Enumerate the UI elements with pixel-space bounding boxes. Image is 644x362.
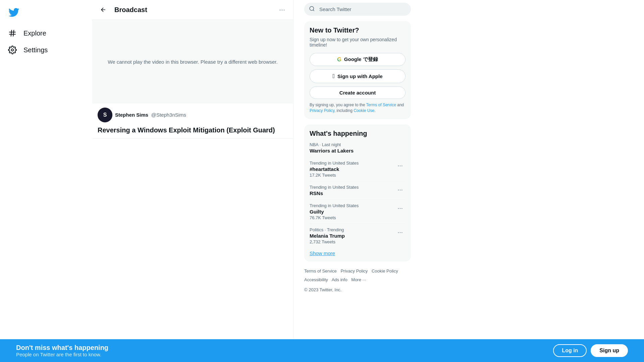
author-info: Stephen Sims @Steph3nSims [115,112,186,118]
trend-meta: Trending in United States [310,161,359,166]
trend-more-button[interactable]: ⋯ [395,161,406,171]
footer-more-link[interactable]: More ··· [351,277,366,282]
trend-item: Trending in United States RSNs ⋯ [310,181,406,200]
trend-info: Trending in United States Guilty 76.7K T… [310,203,359,220]
sidebar-nav: Explore Settings [4,25,88,58]
trend-name: Melania Trump [310,233,345,239]
trend-item: Trending in United States Guilty 76.7K T… [310,200,406,224]
trend-name: #heartattack [310,166,359,172]
bottom-signup-button[interactable]: Sign up [591,344,628,357]
broadcast-description: Reversing a Windows Exploit Mitigation (… [98,124,288,134]
google-g-icon: G [337,57,341,63]
author-row: S Stephen Sims @Steph3nSims [98,108,288,122]
video-error-message: We cannot play the video in this browser… [108,59,277,65]
trend-info: Politics · Trending Melania Trump 2,732 … [310,227,345,244]
trend-name: RSNs [310,190,359,196]
trend-item: NBA · Last night Warriors at Lakers [310,139,406,157]
footer-privacy-link[interactable]: Privacy Policy [340,268,368,274]
trend-count: 2,732 Tweets [310,239,345,244]
back-button[interactable] [98,4,109,15]
svg-point-0 [11,49,14,51]
broadcast-header: Broadcast ⋯ [92,0,293,20]
right-sidebar-inner: New to Twitter? Sign up now to get your … [304,0,411,294]
trend-count: 17.2K Tweets [310,173,359,178]
trends-list: NBA · Last night Warriors at Lakers Tren… [310,139,406,248]
bottom-bar: Don't miss what's happening People on Tw… [0,339,644,362]
footer-ads-link[interactable]: Ads info [332,277,347,282]
whats-happening-title: What's happening [310,130,406,137]
main-content: Broadcast ⋯ We cannot play the video in … [92,0,293,362]
author-handle: @Steph3nSims [151,112,186,118]
sidebar: Explore Settings [0,0,92,362]
sidebar-item-explore[interactable]: Explore [4,25,50,42]
author-name: Stephen Sims [115,112,148,118]
trend-info: Trending in United States RSNs [310,185,359,196]
gear-icon [8,46,17,54]
trend-name: Guilty [310,209,359,215]
video-area: We cannot play the video in this browser… [92,20,293,104]
new-twitter-title: New to Twitter? [310,26,406,34]
explore-label: Explore [23,29,46,37]
footer-terms-link[interactable]: Terms of Service [304,268,337,274]
google-signup-button[interactable]: G Google で登録 [310,53,406,66]
trend-meta: Trending in United States [310,185,359,190]
trend-meta: NBA · Last night [310,142,354,147]
broadcast-more-button[interactable]: ⋯ [276,4,288,15]
header-left: Broadcast [98,4,147,15]
bottom-bar-actions: Log in Sign up [553,344,628,357]
cookie-use-link[interactable]: Cookie Use [354,108,374,113]
bottom-bar-sub-text: People on Twitter are the first to know. [16,352,108,357]
right-sidebar: New to Twitter? Sign up now to get your … [299,0,416,294]
whats-happening-box: What's happening NBA · Last night Warrio… [304,124,411,261]
footer-cookie-link[interactable]: Cookie Policy [372,268,398,274]
search-input[interactable] [304,3,411,16]
show-more-link[interactable]: Show more [310,248,406,256]
new-twitter-subtitle: Sign up now to get your own personalized… [310,37,406,48]
twitter-bird-icon [8,7,19,18]
svg-point-3 [310,6,314,10]
trend-info: NBA · Last night Warriors at Lakers [310,142,354,154]
sidebar-item-settings[interactable]: Settings [4,42,52,58]
twitter-logo[interactable] [4,3,23,23]
settings-label: Settings [23,46,48,54]
search-box [304,3,411,16]
trend-count: 76.7K Tweets [310,215,359,220]
trend-name: Warriors at Lakers [310,148,354,154]
apple-btn-label: Sign up with Apple [337,73,382,79]
hashtag-icon [8,29,17,38]
svg-text:S: S [103,112,107,118]
footer-copyright: © 2023 Twitter, Inc. [304,286,411,294]
trend-more-button[interactable]: ⋯ [395,203,406,214]
avatar-image: S [98,108,112,122]
search-icon [309,6,315,13]
google-btn-label: Google で登録 [344,56,378,63]
apple-icon:  [332,73,335,80]
bottom-bar-main-text: Don't miss what's happening [16,344,108,352]
footer-accessibility-link[interactable]: Accessibility [304,277,328,282]
avatar: S [98,108,112,122]
trend-more-button[interactable]: ⋯ [395,185,406,195]
create-account-button[interactable]: Create account [310,86,406,99]
trend-meta: Trending in United States [310,203,359,208]
terms-text: By signing up, you agree to the Terms of… [310,102,406,114]
trend-meta: Politics · Trending [310,227,345,232]
bottom-bar-text: Don't miss what's happening People on Tw… [16,344,108,357]
apple-signup-button[interactable]:  Sign up with Apple [310,69,406,83]
trend-more-button[interactable]: ⋯ [395,227,406,238]
new-to-twitter-box: New to Twitter? Sign up now to get your … [304,21,411,119]
author-section: S Stephen Sims @Steph3nSims Reversing a … [92,104,293,139]
trend-item: Trending in United States #heartattack 1… [310,157,406,181]
bottom-login-button[interactable]: Log in [553,344,587,357]
broadcast-title: Broadcast [114,6,147,14]
terms-of-service-link[interactable]: Terms of Service [366,103,396,107]
create-btn-label: Create account [339,90,376,96]
trend-item: Politics · Trending Melania Trump 2,732 … [310,224,406,248]
privacy-policy-link[interactable]: Privacy Policy [310,108,334,113]
trend-info: Trending in United States #heartattack 1… [310,161,359,178]
footer-links: Terms of Service Privacy Policy Cookie P… [304,267,411,294]
